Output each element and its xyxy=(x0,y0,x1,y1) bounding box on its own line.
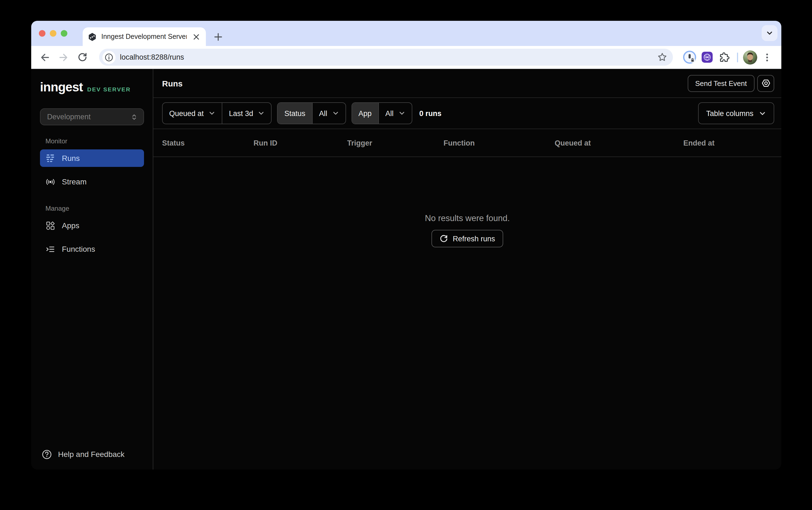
password-manager-extension-icon[interactable] xyxy=(682,50,697,65)
web-extension-icon[interactable] xyxy=(699,50,715,65)
window-controls xyxy=(39,21,67,46)
sidebar-item-label: Runs xyxy=(62,154,80,162)
table-columns-button[interactable]: Table columns xyxy=(698,102,774,124)
refresh-runs-button[interactable]: Refresh runs xyxy=(432,230,503,247)
section-label-manage: Manage xyxy=(31,205,153,212)
refresh-runs-label: Refresh runs xyxy=(453,235,495,243)
settings-button[interactable] xyxy=(757,75,774,92)
url-text: localhost:8288/runs xyxy=(120,53,652,61)
window-zoom-button[interactable] xyxy=(61,30,67,37)
help-label: Help and Feedback xyxy=(58,450,124,458)
refresh-icon xyxy=(440,235,448,243)
chevron-down-icon xyxy=(332,110,339,117)
header-actions: Send Test Event xyxy=(688,75,774,92)
sidebar-item-functions[interactable]: Functions xyxy=(40,240,144,258)
empty-state-message: No results were found. xyxy=(425,213,510,223)
desktop: Inngest Development Server xyxy=(0,0,812,510)
functions-icon xyxy=(46,244,55,254)
filter-controls: Queued at Last 3d xyxy=(162,102,441,124)
time-range-dropdown[interactable]: Last 3d xyxy=(222,103,271,124)
inngest-favicon xyxy=(88,32,97,41)
column-header-function: Function xyxy=(443,139,555,147)
sidebar-item-stream[interactable]: Stream xyxy=(40,173,144,190)
tab-search-chevron-button[interactable] xyxy=(762,25,778,41)
new-tab-button[interactable] xyxy=(210,29,226,44)
time-filter-group: Queued at Last 3d xyxy=(162,102,272,124)
toolbar-divider xyxy=(737,52,738,62)
status-filter-dropdown[interactable]: All xyxy=(312,103,345,124)
browser-window: Inngest Development Server xyxy=(31,21,781,470)
back-button[interactable] xyxy=(37,49,53,65)
runs-icon xyxy=(46,153,55,163)
help-and-feedback[interactable]: Help and Feedback xyxy=(31,439,153,470)
sidebar-item-apps[interactable]: Apps xyxy=(40,217,144,234)
tab-title: Inngest Development Server xyxy=(101,33,187,40)
environment-selector[interactable]: Development xyxy=(40,108,144,125)
page-header: Runs Send Test Event xyxy=(153,69,781,98)
profile-avatar[interactable] xyxy=(743,50,757,64)
tab-close-icon[interactable] xyxy=(191,32,201,41)
window-minimize-button[interactable] xyxy=(50,30,56,37)
environment-selector-value: Development xyxy=(47,113,91,121)
sidebar-item-label: Apps xyxy=(62,221,79,230)
app-filter-label: App xyxy=(352,103,379,124)
window-close-button[interactable] xyxy=(39,30,46,37)
time-range-value: Last 3d xyxy=(229,109,253,117)
app-filter-value: All xyxy=(385,109,394,117)
extensions-puzzle-icon[interactable] xyxy=(717,50,732,65)
runs-table-header: Status Run ID Trigger Function Queued at… xyxy=(153,129,781,157)
column-header-trigger: Trigger xyxy=(347,139,443,147)
sidebar: inngest DEV SERVER Development Monitor xyxy=(31,69,153,470)
status-filter-group: Status All xyxy=(277,102,346,124)
column-header-ended-at: Ended at xyxy=(683,139,781,147)
dev-server-badge: DEV SERVER xyxy=(87,86,131,92)
runs-count: 0 runs xyxy=(419,109,441,117)
column-header-status: Status xyxy=(162,139,254,147)
sidebar-item-runs[interactable]: Runs xyxy=(40,149,144,167)
forward-button[interactable] xyxy=(55,49,72,65)
reload-button[interactable] xyxy=(74,49,90,65)
logo-wordmark: inngest xyxy=(40,81,83,94)
chevron-down-icon xyxy=(759,110,766,117)
status-filter-label: Status xyxy=(278,103,313,124)
table-columns-label: Table columns xyxy=(706,109,753,117)
sidebar-spacer xyxy=(31,258,153,439)
status-filter-value: All xyxy=(319,109,327,117)
chevron-down-icon xyxy=(258,110,265,117)
column-header-queued-at: Queued at xyxy=(555,139,683,147)
address-bar[interactable]: localhost:8288/runs xyxy=(99,49,673,66)
send-test-event-button[interactable]: Send Test Event xyxy=(688,75,755,92)
app-filter-group: App All xyxy=(351,102,412,124)
site-info-icon[interactable] xyxy=(103,51,116,64)
empty-state: No results were found. Refresh runs xyxy=(153,213,781,247)
bookmark-star-icon[interactable] xyxy=(657,52,667,62)
filter-bar: Queued at Last 3d xyxy=(153,98,781,129)
sidebar-item-label: Functions xyxy=(62,245,95,253)
stream-icon xyxy=(46,177,55,187)
help-icon xyxy=(41,449,52,459)
up-down-chevrons-icon xyxy=(130,113,138,121)
browser-menu-icon[interactable] xyxy=(759,50,775,65)
browser-tab[interactable]: Inngest Development Server xyxy=(83,27,206,46)
apps-icon xyxy=(46,220,55,230)
browser-toolbar: localhost:8288/runs xyxy=(31,46,781,69)
chevron-down-icon xyxy=(209,110,215,117)
inngest-logo: inngest DEV SERVER xyxy=(31,81,153,96)
chevron-down-icon xyxy=(398,110,405,117)
gear-icon xyxy=(761,78,771,88)
send-test-event-label: Send Test Event xyxy=(695,79,747,87)
time-field-value: Queued at xyxy=(169,109,204,117)
sidebar-item-label: Stream xyxy=(62,177,87,186)
app-filter-dropdown[interactable]: All xyxy=(379,103,411,124)
page-title: Runs xyxy=(162,79,183,88)
tab-strip: Inngest Development Server xyxy=(31,21,781,46)
section-label-monitor: Monitor xyxy=(31,137,153,145)
inngest-app: inngest DEV SERVER Development Monitor xyxy=(31,69,781,470)
main-content: Runs Send Test Event xyxy=(153,69,781,470)
time-field-dropdown[interactable]: Queued at xyxy=(163,103,222,124)
column-header-run-id: Run ID xyxy=(254,139,347,147)
